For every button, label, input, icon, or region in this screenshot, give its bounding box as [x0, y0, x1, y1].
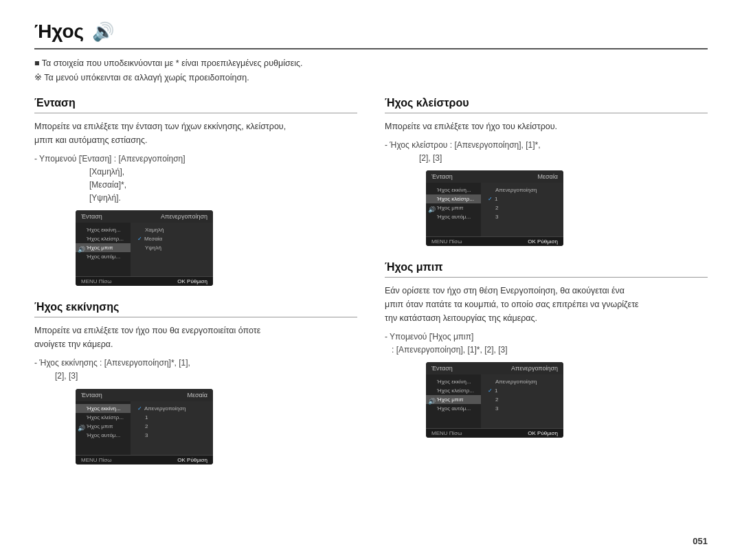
camera-right-panel: Χαμηλή Μεσαία Υψηλή — [131, 223, 213, 276]
cam-menu-au2: Ήχος αυτόμ... — [76, 431, 131, 440]
cam-menu-ek3: Ήχος εκκίνη... — [426, 186, 481, 194]
camera-ui-header4: Ένταση Απενεργοποίηση — [426, 362, 563, 374]
section-mpip-note: - Υπομενού [Ήχος μπιπ] : [Απενεργοποίηση… — [385, 331, 708, 357]
cam-opt3-off: Απενεργοποίηση — [485, 186, 559, 194]
camera-left-panel3: 🔊 Ήχος εκκίνη... Ήχος κλείστρ... Ήχος μπ… — [426, 183, 481, 236]
camera-left-panel2: 🔊 Ήχος εκκίνη... Ήχος κλείστρ... Ήχος μπ… — [76, 401, 131, 455]
camera-ui-header2: Ένταση Μεσαία — [76, 389, 213, 401]
cam-menu-kl4: Ήχος κλείστρ... — [426, 386, 481, 395]
camera-ui-content2: 🔊 Ήχος εκκίνη... Ήχος κλείστρ... Ήχος μπ… — [76, 401, 213, 455]
cam-speaker-icon3: 🔊 — [428, 206, 436, 213]
section-kleistrou-body: Μπορείτε να επιλέξετε τον ήχο του κλείστ… — [385, 120, 708, 133]
cam-menu-au3: Ήχος αυτόμ... — [426, 212, 481, 221]
cam-speaker-icon4: 🔊 — [428, 398, 436, 405]
camera-ui-footer4: MENU Πίσω OK Ρύθμιση — [426, 428, 563, 438]
cam-menu-ek4: Ήχος εκκίνη... — [426, 377, 481, 386]
cam-speaker-icon: 🔊 — [78, 246, 85, 253]
camera-ui-footer3: MENU Πίσω OK Ρύθμιση — [426, 236, 563, 246]
camera-ui-kleistrou: Ένταση Μεσαία 🔊 Ήχος εκκίνη... Ήχος κλεί… — [426, 170, 563, 246]
page: Ήχος 🔊 ■ Τα στοιχεία που υποδεικνύονται … — [0, 0, 742, 560]
cam-menu-au4: Ήχος αυτόμ... — [426, 404, 481, 413]
camera-ui-mpip: Ένταση Απενεργοποίηση 🔊 Ήχος εκκίνη... Ή… — [426, 362, 563, 438]
cam-opt-mesaia-sel: Μεσαία — [135, 234, 209, 243]
cam-menu-auto: Ήχος αυτόμ... — [76, 252, 131, 261]
section-entasi: Ένταση Μπορείτε να επιλέξετε την ένταση … — [34, 97, 357, 287]
cam-menu-kleistrou: Ήχος κλείστρ... — [76, 234, 131, 243]
section-mpip: Ήχος μπιπ Εάν ορίσετε τον ήχο στη θέση Ε… — [385, 261, 708, 438]
page-number: 051 — [693, 536, 708, 546]
cam-menu-entasi: Ήχος εκκίνη... — [76, 225, 131, 234]
cam-menu-ekk-active: Ήχος εκκίνη... — [76, 404, 131, 413]
cam-opt4-3: 3 — [485, 404, 559, 413]
cam-speaker-icon2: 🔊 — [78, 425, 85, 432]
section-kleistrou: Ήχος κλείστρου Μπορείτε να επιλέξετε τον… — [385, 97, 708, 246]
cam-opt-high: Υψηλή — [135, 243, 209, 252]
section-entasi-title: Ένταση — [34, 97, 357, 113]
section-entasi-note: - Υπομενού [Ένταση] : [Απενεργοποίηση] [… — [34, 153, 357, 205]
cam-opt3-1-sel: 1 — [485, 194, 559, 203]
camera-ui-header3: Ένταση Μεσαία — [426, 170, 563, 183]
camera-right-panel4: Απενεργοποίηση 1 2 3 — [481, 374, 563, 428]
section-ekkinisis-body: Μπορείτε να επιλέξετε τον ήχο που θα ενε… — [34, 324, 357, 351]
camera-ui-entasi: Ένταση Απενεργοποίηση 🔊 Ήχος εκκίνη... Ή… — [76, 210, 213, 286]
camera-right-panel2: Απενεργοποίηση 1 2 3 — [131, 401, 213, 455]
cam-menu-kl2: Ήχος κλείστρ... — [76, 413, 131, 422]
camera-ui-ekkinisis: Ένταση Μεσαία 🔊 Ήχος εκκίνη... Ήχος κλεί… — [76, 389, 213, 464]
cam-opt3-2: 2 — [485, 203, 559, 212]
cam-opt4-off: Απενεργοποίηση — [485, 377, 559, 386]
camera-ui-content: 🔊 Ήχος εκκίνη... Ήχος κλείστρ... Ήχος μπ… — [76, 223, 213, 276]
cam-opt-off: Χαμηλή — [135, 225, 209, 234]
page-title: Ήχος — [34, 21, 84, 43]
cam-opt3-3: 3 — [485, 212, 559, 221]
section-ekkinisis-title: Ήχος εκκίνησης — [34, 301, 357, 317]
camera-ui-content3: 🔊 Ήχος εκκίνη... Ήχος κλείστρ... Ήχος μπ… — [426, 183, 563, 236]
cam-opt4-1-sel: 1 — [485, 386, 559, 395]
section-mpip-title: Ήχος μπιπ — [385, 261, 708, 278]
left-column: Ένταση Μπορείτε να επιλέξετε την ένταση … — [34, 97, 357, 480]
cam-opt-3: 3 — [135, 431, 209, 440]
camera-ui-footer: MENU Πίσω OK Ρύθμιση — [76, 276, 213, 286]
camera-ui-header: Ένταση Απενεργοποίηση — [76, 210, 213, 223]
section-kleistrou-note: - Ήχος κλείστρου : [Απενεργοποίηση], [1]… — [385, 139, 708, 165]
camera-right-panel3: Απενεργοποίηση 1 2 3 — [481, 183, 563, 236]
two-col-layout: Ένταση Μπορείτε να επιλέξετε την ένταση … — [34, 97, 708, 480]
cam-opt-2: 2 — [135, 422, 209, 431]
camera-ui-content4: 🔊 Ήχος εκκίνη... Ήχος κλείστρ... Ήχος μπ… — [426, 374, 563, 428]
camera-left-panel4: 🔊 Ήχος εκκίνη... Ήχος κλείστρ... Ήχος μπ… — [426, 374, 481, 428]
page-header: Ήχος 🔊 — [34, 21, 708, 49]
cam-opt-apenergo: Απενεργοποίηση — [135, 404, 209, 413]
camera-ui-footer2: MENU Πίσω OK Ρύθμιση — [76, 455, 213, 464]
camera-left-panel: 🔊 Ήχος εκκίνη... Ήχος κλείστρ... Ήχος μπ… — [76, 223, 131, 276]
section-ekkinisis: Ήχος εκκίνησης Μπορείτε να επιλέξετε τον… — [34, 301, 357, 464]
section-entasi-body: Μπορείτε να επιλέξετε την ένταση των ήχω… — [34, 120, 357, 147]
intro-line1: ■ Τα στοιχεία που υποδεικνύονται με * εί… — [34, 56, 708, 71]
section-mpip-body: Εάν ορίσετε τον ήχο στη θέση Ενεργοποίησ… — [385, 284, 708, 325]
intro-line2: ※ Τα μενού υπόκεινται σε αλλαγή χωρίς πρ… — [34, 71, 708, 85]
cam-opt-1: 1 — [135, 413, 209, 422]
section-kleistrou-title: Ήχος κλείστρου — [385, 97, 708, 113]
right-column: Ήχος κλείστρου Μπορείτε να επιλέξετε τον… — [385, 97, 708, 480]
cam-opt4-2: 2 — [485, 395, 559, 404]
section-ekkinisis-note: - Ήχος εκκίνησης : [Απενεργοποίηση]*, [1… — [34, 357, 357, 383]
intro-section: ■ Τα στοιχεία που υποδεικνύονται με * εί… — [34, 56, 708, 86]
cam-menu-kl3-active: Ήχος κλείστρ... — [426, 194, 481, 203]
speaker-icon: 🔊 — [92, 21, 114, 43]
